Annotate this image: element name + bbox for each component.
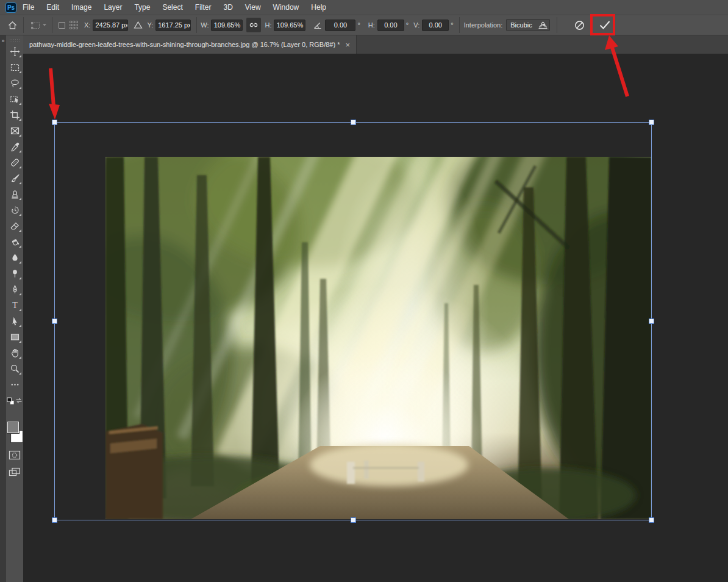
document-tab-bar: pathway-middle-green-leafed-trees-with-s… (23, 35, 728, 54)
tool-history-brush[interactable] (7, 202, 23, 218)
edit-toolbar-button[interactable] (7, 376, 23, 392)
blur-drop-icon (10, 253, 20, 263)
transform-options-bar: X: 2425.87 px Y: 1617.25 px W: 109.65% H… (0, 15, 728, 35)
tool-eraser[interactable] (7, 218, 23, 234)
height-scale-input[interactable]: 109.65% (274, 20, 305, 31)
transform-handle-middle-left[interactable] (52, 318, 57, 324)
transform-handle-bottom-right[interactable] (649, 517, 654, 523)
tool-path-selection[interactable] (7, 313, 23, 329)
menu-layer[interactable]: Layer (98, 0, 128, 15)
tool-hand[interactable] (7, 345, 23, 361)
document-title: pathway-middle-green-leafed-trees-with-s… (29, 41, 340, 48)
tool-frame[interactable] (7, 123, 23, 138)
tool-blur[interactable] (7, 250, 23, 265)
divider (52, 17, 52, 33)
width-scale-input[interactable]: 109.65% (211, 20, 243, 31)
maintain-aspect-ratio-button[interactable] (246, 18, 261, 32)
tools-dock-strip: » (0, 35, 6, 582)
menu-edit[interactable]: Edit (40, 0, 65, 15)
quick-mask-button[interactable] (7, 447, 23, 463)
menu-filter[interactable]: Filter (189, 0, 218, 15)
frame-icon (10, 126, 20, 136)
tool-crop[interactable] (7, 107, 23, 123)
x-position-input[interactable]: 2425.87 px (93, 20, 128, 31)
transform-handle-bottom-left[interactable] (52, 517, 57, 523)
tool-eyedropper[interactable] (7, 138, 23, 154)
delta-relative-positioning-icon[interactable] (134, 21, 143, 29)
link-icon (249, 20, 259, 30)
tool-dodge[interactable] (7, 265, 23, 281)
menu-window[interactable]: Window (267, 0, 305, 15)
tool-spot-healing-brush[interactable] (7, 154, 23, 170)
screen-mode-icon (9, 467, 21, 477)
transform-handle-middle-right[interactable] (649, 318, 654, 324)
document-tab[interactable]: pathway-middle-green-leafed-trees-with-s… (23, 35, 357, 54)
close-tab-icon[interactable]: × (345, 41, 350, 49)
toggle-reference-point-checkbox[interactable] (59, 22, 65, 29)
tool-gradient[interactable] (7, 234, 23, 250)
commit-check-icon (598, 20, 612, 31)
reference-point-locator[interactable] (70, 21, 78, 29)
screen-mode-button[interactable] (7, 464, 23, 480)
home-button[interactable] (7, 20, 18, 31)
h-skew-input[interactable]: 0.00 (377, 20, 404, 31)
move-icon (10, 46, 20, 57)
quick-mask-icon (9, 450, 21, 460)
warp-mode-icon (537, 20, 549, 31)
eyedropper-icon (10, 142, 20, 152)
menu-type[interactable]: Type (128, 0, 156, 15)
swap-colors-icon[interactable] (15, 397, 23, 404)
pen-icon (10, 284, 20, 295)
menu-help[interactable]: Help (305, 0, 332, 15)
tool-move[interactable] (7, 43, 23, 59)
interpolation-value: Bicubic (510, 21, 532, 29)
tool-rectangular-marquee[interactable] (7, 59, 23, 75)
path-selection-icon (10, 316, 20, 326)
transform-bounding-box[interactable] (54, 122, 652, 520)
canvas-area[interactable] (23, 54, 728, 582)
svg-text:T: T (12, 301, 18, 310)
transform-handle-top-center[interactable] (351, 120, 356, 125)
tool-rectangle[interactable] (7, 329, 23, 345)
color-swatches (7, 422, 23, 442)
divider (459, 17, 460, 33)
v-skew-input[interactable]: 0.00 (422, 20, 449, 31)
interpolation-label: Interpolation: (464, 21, 503, 29)
transform-handle-top-left[interactable] (52, 120, 57, 125)
cancel-transform-button[interactable] (571, 17, 588, 33)
menu-file[interactable]: File (16, 0, 40, 15)
x-label: X: (84, 21, 90, 29)
warp-mode-button[interactable] (534, 17, 551, 33)
type-icon: T (10, 300, 20, 311)
toolbar-grip[interactable] (9, 38, 20, 42)
transform-reference-icon (29, 20, 41, 31)
spot-healing-brush-icon (10, 157, 20, 168)
rotation-input[interactable]: 0.00 (325, 20, 355, 31)
foreground-color-swatch[interactable] (7, 422, 19, 433)
tool-object-selection[interactable] (7, 91, 23, 107)
menu-select[interactable]: Select (156, 0, 188, 15)
tool-zoom[interactable] (7, 361, 23, 376)
tool-type[interactable]: T (7, 297, 23, 313)
tool-brush[interactable] (7, 170, 23, 186)
menu-view[interactable]: View (239, 0, 267, 15)
commit-transform-button[interactable] (596, 17, 613, 33)
transform-handle-top-right[interactable] (649, 120, 654, 125)
history-brush-icon (10, 205, 20, 215)
clone-stamp-icon (10, 189, 20, 199)
tool-lasso[interactable] (7, 75, 23, 91)
hand-icon (10, 348, 20, 358)
eraser-icon (10, 221, 20, 231)
expand-toolbar-button[interactable]: » (0, 38, 6, 44)
home-icon (7, 20, 18, 31)
tool-clone-stamp[interactable] (7, 186, 23, 202)
degree-sign: ° (406, 21, 409, 29)
transform-handle-bottom-center[interactable] (351, 517, 356, 523)
menu-3d[interactable]: 3D (217, 0, 238, 15)
default-colors-icon[interactable] (7, 397, 15, 405)
v-skew-label: V: (413, 21, 419, 29)
menu-image[interactable]: Image (65, 0, 98, 15)
y-position-input[interactable]: 1617.25 px (155, 20, 191, 31)
tool-pen[interactable] (7, 281, 23, 297)
degree-sign: ° (451, 21, 453, 29)
